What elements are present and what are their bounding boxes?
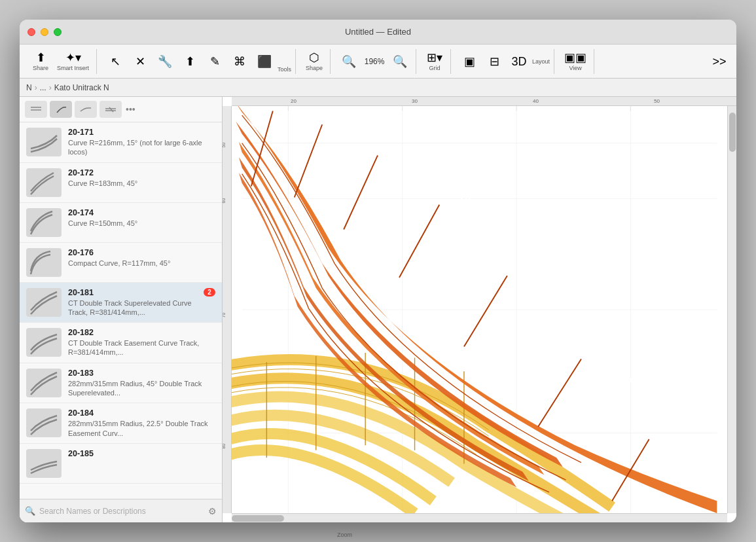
breadcrumb-ellipsis[interactable]: ... bbox=[40, 83, 46, 92]
search-input[interactable] bbox=[39, 507, 204, 516]
ruler-mark-40: 40 bbox=[533, 98, 539, 104]
pencil-tool-button[interactable]: ✎ bbox=[203, 50, 226, 73]
zoom-in-icon: 🔍 bbox=[393, 56, 407, 67]
overflow-button[interactable]: >> bbox=[708, 50, 731, 73]
sidebar-list: 20-171 Curve R=216mm, 15° (not for large… bbox=[20, 122, 222, 499]
item-desc: Compact Curve, R=117mm, 45° bbox=[68, 259, 215, 268]
camera-icon: ⬛ bbox=[257, 56, 272, 67]
search-settings-icon[interactable]: ⚙ bbox=[208, 506, 217, 516]
select-tool-button[interactable]: ↖ bbox=[103, 50, 127, 73]
breadcrumb: N › ... › Kato Unitrack N bbox=[20, 79, 736, 97]
share-button[interactable]: ⬆ Share bbox=[29, 50, 52, 73]
cursor-icon: ↖ bbox=[111, 56, 120, 67]
list-item[interactable]: 20-172 Curve R=183mm, 45° bbox=[20, 163, 222, 203]
zoom-out-button[interactable]: 🔍 bbox=[337, 50, 361, 73]
view-group: ▣▣ View bbox=[557, 49, 594, 74]
tools-label: Tools bbox=[278, 66, 291, 73]
connect-icon: ⬆ bbox=[185, 56, 195, 67]
ruler-mark-50: 50 bbox=[654, 98, 660, 104]
tab-crossover[interactable] bbox=[99, 101, 122, 118]
item-name: 20-181 bbox=[68, 288, 197, 297]
grid-icon: ⊞▾ bbox=[427, 52, 442, 63]
item-info: 20-182 CT Double Track Easement Curve Tr… bbox=[68, 328, 215, 357]
close-button[interactable] bbox=[27, 28, 35, 36]
zoom-in-button[interactable]: 🔍 bbox=[388, 50, 412, 73]
ruler-top: 20 30 40 50 bbox=[232, 97, 736, 106]
connect-tool-button[interactable]: ⬆ bbox=[178, 50, 202, 73]
item-thumb bbox=[26, 168, 62, 197]
shape-group: ⬡ Shape bbox=[298, 49, 331, 74]
share-group: ⬆ Share ✦▾ Smart Insert bbox=[25, 49, 97, 74]
titlebar: Untitled — Edited bbox=[20, 20, 736, 45]
list-item[interactable]: 20-176 Compact Curve, R=117mm, 45° bbox=[20, 243, 222, 283]
maximize-button[interactable] bbox=[54, 28, 62, 36]
erase-icon: ✕ bbox=[135, 56, 145, 67]
item-name: 20-171 bbox=[68, 128, 215, 137]
window-title: Untitled — Edited bbox=[345, 27, 411, 37]
share-icon: ⬆ bbox=[36, 52, 46, 63]
scrollbar-thumb-h[interactable] bbox=[232, 515, 284, 522]
shape-icon: ⬡ bbox=[309, 52, 319, 63]
camera-tool-button[interactable]: ⬛ bbox=[253, 50, 276, 73]
minimize-button[interactable] bbox=[41, 28, 48, 36]
item-name: 20-172 bbox=[68, 168, 215, 177]
tab-more[interactable]: ••• bbox=[126, 104, 135, 115]
shape-label: Shape bbox=[306, 65, 323, 71]
shape-button[interactable]: ⬡ Shape bbox=[302, 50, 326, 73]
item-thumb bbox=[26, 369, 62, 397]
magnet-icon: ⌘ bbox=[234, 56, 245, 67]
item-name: 20-183 bbox=[68, 369, 215, 378]
grid-button[interactable]: ⊞▾ Grid bbox=[423, 50, 446, 73]
item-name: 20-184 bbox=[68, 408, 215, 418]
item-info: 20-176 Compact Curve, R=117mm, 45° bbox=[68, 248, 215, 268]
zoom-value: 196% bbox=[362, 57, 387, 66]
item-badge: 2 bbox=[204, 288, 215, 297]
list-item-selected[interactable]: 20-181 CT Double Track Superelevated Cur… bbox=[20, 283, 222, 323]
scrollbar-thumb-v[interactable] bbox=[729, 113, 736, 152]
list-item[interactable]: 20-184 282mm/315mm Radius, 22.5° Double … bbox=[20, 403, 222, 444]
item-desc: Curve R=183mm, 45° bbox=[68, 179, 215, 188]
tab-curve[interactable] bbox=[50, 101, 72, 118]
item-info: 20-185 bbox=[68, 449, 215, 460]
list-item[interactable]: 20-182 CT Double Track Easement Curve Tr… bbox=[20, 323, 222, 363]
view-label: View bbox=[569, 65, 581, 71]
item-name: 20-176 bbox=[68, 248, 215, 257]
3d-icon: 3D bbox=[512, 56, 527, 67]
scrollbar-vertical[interactable] bbox=[727, 106, 736, 513]
item-desc: CT Double Track Easement Curve Track, R=… bbox=[68, 338, 215, 357]
zoom-out-icon: 🔍 bbox=[342, 56, 356, 67]
view-button[interactable]: ▣▣ View bbox=[561, 50, 590, 73]
ruler-mark-70v: 70 bbox=[223, 313, 226, 318]
main-content: ••• 20-171 Curve R=216mm, 15° (not for l… bbox=[20, 97, 736, 522]
item-thumb bbox=[26, 248, 62, 277]
eyedropper-tool-button[interactable]: 🔧 bbox=[153, 50, 177, 73]
item-desc: 282mm/315mm Radius, 45° Double Track Sup… bbox=[68, 379, 215, 398]
item-name: 20-182 bbox=[68, 328, 215, 337]
magnet-tool-button[interactable]: ⌘ bbox=[228, 50, 251, 73]
layout-alt-button[interactable]: ⊟ bbox=[482, 50, 506, 73]
list-item[interactable]: 20-174 Curve R=150mm, 45° bbox=[20, 203, 222, 243]
breadcrumb-sep1: › bbox=[35, 83, 37, 92]
tab-lines[interactable] bbox=[25, 101, 47, 118]
list-item[interactable]: 20-183 282mm/315mm Radius, 45° Double Tr… bbox=[20, 363, 222, 404]
search-bar: 🔍 ⚙ bbox=[20, 499, 222, 522]
tab-straight[interactable] bbox=[75, 101, 97, 118]
3d-button[interactable]: 3D bbox=[507, 50, 531, 73]
smart-insert-button[interactable]: ✦▾ Smart Insert bbox=[54, 50, 92, 73]
item-info: 20-174 Curve R=150mm, 45° bbox=[68, 208, 215, 228]
scrollbar-horizontal[interactable] bbox=[232, 513, 727, 522]
breadcrumb-n[interactable]: N bbox=[26, 83, 32, 92]
track-canvas[interactable]: 20-101 20-101 20-101 20-101 20-070 20-07… bbox=[232, 106, 727, 513]
canvas-area[interactable]: 20 30 40 50 50 60 70 80 90 bbox=[223, 97, 736, 522]
layout-label: Layout bbox=[532, 58, 550, 65]
list-item[interactable]: 20-185 bbox=[20, 444, 222, 484]
erase-tool-button[interactable]: ✕ bbox=[128, 50, 152, 73]
layout-button[interactable]: ▣ bbox=[458, 50, 481, 73]
ruler-mark-20: 20 bbox=[291, 98, 297, 104]
ruler-left: 50 60 70 80 90 bbox=[223, 106, 232, 513]
grid-label: Grid bbox=[429, 65, 441, 71]
breadcrumb-current: Kato Unitrack N bbox=[54, 83, 109, 92]
layout-icon: ▣ bbox=[464, 56, 475, 67]
list-item[interactable]: 20-171 Curve R=216mm, 15° (not for large… bbox=[20, 122, 222, 163]
ruler-mark-80v: 80 bbox=[223, 444, 226, 449]
